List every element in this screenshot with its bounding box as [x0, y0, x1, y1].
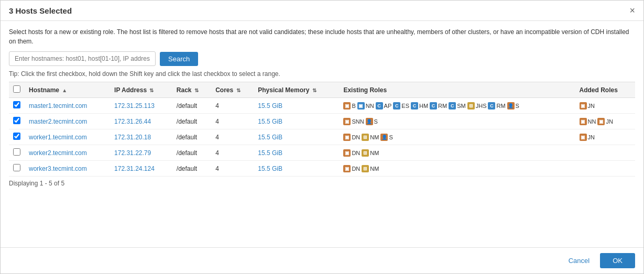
ip-link[interactable]: 172.31.26.44 [114, 118, 151, 125]
table-header-row: Hostname ▲ IP Address ⇅ Rack ⇅ Cores ⇅ P… [9, 82, 635, 98]
close-button[interactable]: × [629, 6, 635, 15]
row-checkbox-cell[interactable] [9, 129, 25, 145]
role-badge: ⊞ NM [362, 149, 379, 157]
added-roles-container: ▣ JN [580, 102, 631, 109]
table-row: worker1.tecmint.com 172.31.20.18 /defaul… [9, 129, 635, 145]
roles-container: ▣ SNN 👤 S [343, 118, 571, 125]
cancel-button[interactable]: Cancel [562, 254, 596, 268]
search-row: Search [9, 51, 635, 66]
modal-title: 3 Hosts Selected [9, 6, 72, 15]
hostname-link[interactable]: worker1.tecmint.com [29, 134, 87, 141]
role-badge: ▣ NN [580, 118, 596, 125]
cell-memory: 15.5 GiB [254, 129, 339, 145]
cell-added-roles: ▣ JN [575, 129, 635, 145]
role-badge: ▣ JN [597, 118, 613, 125]
role-icon: C [411, 102, 418, 109]
hostname-link[interactable]: master1.tecmint.com [29, 102, 87, 109]
hostname-link[interactable]: worker2.tecmint.com [29, 149, 87, 157]
cell-cores: 4 [211, 161, 254, 177]
role-badge: C ES [393, 102, 409, 109]
roles-container: ▣ B ▣ NN C AP C ES C HM C RM C SM ⊞ JHS … [343, 102, 571, 109]
ok-button[interactable]: OK [600, 253, 635, 268]
row-checkbox[interactable] [13, 101, 20, 108]
role-icon: ▣ [580, 134, 587, 141]
role-badge: ⊞ JHS [467, 102, 487, 109]
role-icon: 👤 [507, 102, 515, 109]
role-badge: ▣ DN [343, 149, 360, 157]
row-checkbox-cell[interactable] [9, 114, 25, 129]
cell-added-roles: ▣ JN [575, 98, 635, 114]
table-row: master2.tecmint.com 172.31.26.44 /defaul… [9, 114, 635, 129]
row-checkbox[interactable] [13, 148, 20, 156]
select-all-checkbox[interactable] [13, 85, 20, 93]
ip-link[interactable]: 172.31.22.79 [114, 149, 151, 157]
role-icon: ▣ [343, 149, 351, 157]
role-badge: C RM [488, 102, 505, 109]
cell-cores: 4 [211, 114, 254, 129]
cell-hostname: worker2.tecmint.com [25, 145, 110, 161]
cores-sort-icon: ⇅ [236, 87, 241, 93]
hostname-link[interactable]: master2.tecmint.com [29, 118, 87, 125]
col-hostname: Hostname ▲ [25, 82, 110, 98]
col-memory: Physical Memory ⇅ [254, 82, 339, 98]
role-badge: ▣ SNN [343, 118, 364, 125]
search-input[interactable] [9, 51, 156, 66]
col-existing-roles: Existing Roles [339, 82, 575, 98]
col-cores: Cores ⇅ [211, 82, 254, 98]
role-badge: ▣ B [343, 102, 355, 109]
table-row: worker2.tecmint.com 172.31.22.79 /defaul… [9, 145, 635, 161]
hostname-link[interactable]: worker3.tecmint.com [29, 165, 87, 172]
role-badge: C AP [376, 102, 392, 109]
cell-rack: /default [172, 145, 211, 161]
role-badge: C RM [430, 102, 447, 109]
cell-cores: 4 [211, 145, 254, 161]
role-badge: ⊞ NM [362, 134, 379, 141]
role-badge: ▣ DN [343, 165, 360, 172]
role-icon: ▣ [580, 118, 587, 125]
role-icon: 👤 [380, 134, 388, 141]
cell-existing-roles: ▣ SNN 👤 S [339, 114, 575, 129]
cell-hostname: master1.tecmint.com [25, 98, 110, 114]
role-icon: ▣ [343, 118, 351, 125]
row-checkbox-cell[interactable] [9, 145, 25, 161]
role-icon: ▣ [343, 134, 351, 141]
cell-hostname: worker3.tecmint.com [25, 161, 110, 177]
hostname-sort-icon: ▲ [62, 87, 67, 93]
ip-link[interactable]: 172.31.24.124 [114, 165, 155, 172]
memory-sort-icon: ⇅ [312, 87, 316, 93]
cell-added-roles: ▣ NN ▣ JN [575, 114, 635, 129]
table-row: master1.tecmint.com 172.31.25.113 /defau… [9, 98, 635, 114]
cell-ip: 172.31.24.124 [110, 161, 172, 177]
role-icon: ⊞ [362, 165, 369, 172]
role-badge: 👤 S [380, 134, 392, 141]
ip-sort-icon: ⇅ [149, 87, 154, 93]
role-badge: ⊞ NM [362, 165, 379, 172]
roles-container: ▣ DN ⊞ NM [343, 165, 571, 172]
role-badge: ▣ DN [343, 134, 360, 141]
host-selection-modal: 3 Hosts Selected × Select hosts for a ne… [0, 0, 644, 274]
role-icon: C [393, 102, 400, 109]
col-added-roles: Added Roles [575, 82, 635, 98]
row-checkbox[interactable] [13, 164, 20, 171]
row-checkbox-cell[interactable] [9, 161, 25, 177]
cell-existing-roles: ▣ DN ⊞ NM [339, 161, 575, 177]
cell-rack: /default [172, 114, 211, 129]
ip-link[interactable]: 172.31.20.18 [114, 134, 151, 141]
ip-link[interactable]: 172.31.25.113 [114, 102, 155, 109]
row-checkbox-cell[interactable] [9, 98, 25, 114]
tip-text: Tip: Click the first checkbox, hold down… [9, 70, 635, 78]
modal-footer: Cancel OK [1, 247, 643, 273]
select-all-header[interactable] [9, 82, 25, 98]
role-icon: ▣ [597, 118, 605, 125]
cell-rack: /default [172, 161, 211, 177]
table-row: worker3.tecmint.com 172.31.24.124 /defau… [9, 161, 635, 177]
row-checkbox[interactable] [13, 133, 20, 140]
role-icon: 👤 [366, 118, 373, 125]
role-icon: C [449, 102, 456, 109]
row-checkbox[interactable] [13, 117, 20, 124]
hosts-table: Hostname ▲ IP Address ⇅ Rack ⇅ Cores ⇅ P… [9, 82, 635, 177]
cell-cores: 4 [211, 98, 254, 114]
search-button[interactable]: Search [160, 52, 198, 66]
role-icon: ⊞ [362, 149, 369, 157]
added-roles-container: ▣ NN ▣ JN [580, 118, 631, 125]
